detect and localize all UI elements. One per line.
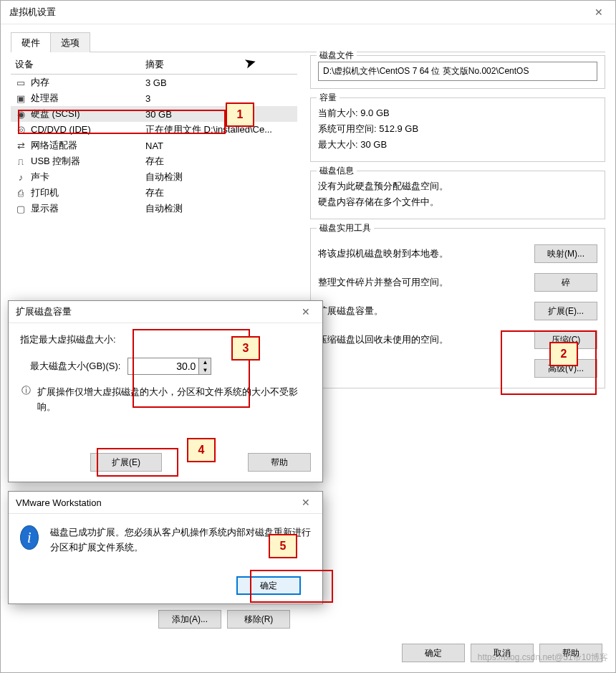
map-button[interactable]: 映射(M)... xyxy=(534,244,597,263)
disk-file-path[interactable]: D:\虚拟机文件\CentOS 7 64 位 英文版No.002\CentOS xyxy=(318,62,597,81)
memory-icon: ▭ xyxy=(15,77,27,88)
capacity-max: 最大大小: 30 GB xyxy=(318,138,597,151)
device-summary: NAT xyxy=(141,138,297,153)
device-row[interactable]: ⎍USB 控制器存在 xyxy=(11,153,297,169)
tab-hardware[interactable]: 硬件 xyxy=(11,32,51,52)
col-device: 设备 xyxy=(11,55,141,75)
device-summary: 自动检测 xyxy=(141,201,297,216)
device-summary: 30 GB xyxy=(141,106,297,122)
device-row[interactable]: ⎙打印机存在 xyxy=(11,185,297,201)
tab-options[interactable]: 选项 xyxy=(50,32,90,52)
device-row[interactable]: ⇄网络适配器NAT xyxy=(11,138,297,153)
remove-button[interactable]: 移除(R) xyxy=(227,610,290,629)
device-name: 声卡 xyxy=(31,171,49,183)
device-summary: 存在 xyxy=(141,153,297,169)
expand-button[interactable]: 扩展(E)... xyxy=(534,302,597,320)
device-row[interactable]: ♪声卡自动检测 xyxy=(11,169,297,185)
device-summary: 自动检测 xyxy=(141,169,297,185)
col-summary: 摘要 xyxy=(141,55,297,75)
expand-dialog-title: 扩展磁盘容量 xyxy=(16,305,72,318)
msg-dialog-close-icon[interactable]: ✕ xyxy=(289,492,322,513)
device-name: 内存 xyxy=(31,76,49,89)
disk-details-panel: 磁盘文件 D:\虚拟机文件\CentOS 7 64 位 英文版No.002\Ce… xyxy=(310,55,605,397)
capacity-current: 当前大小: 9.0 GB xyxy=(318,107,597,120)
disk-info-1: 没有为此硬盘预分配磁盘空间。 xyxy=(318,180,597,193)
add-button[interactable]: 添加(A)... xyxy=(158,610,221,629)
watermark: https://blog.csdn.net@51帝10博客 xyxy=(478,651,608,664)
device-name: CD/DVD (IDE) xyxy=(31,124,91,135)
disk-info-label: 磁盘信息 xyxy=(317,165,357,177)
device-name: 处理器 xyxy=(31,92,59,105)
device-summary: 正在使用文件 D:\installed\Ce... xyxy=(141,122,297,138)
compact-button[interactable]: 压缩(C) xyxy=(534,330,597,349)
device-summary: 3 xyxy=(141,90,297,106)
dlg-expand-button[interactable]: 扩展(E) xyxy=(90,453,162,472)
device-row[interactable]: ▢显示器自动检测 xyxy=(11,201,297,216)
expand-desc: 扩展磁盘容量。 xyxy=(318,305,534,318)
device-row[interactable]: ▣处理器3 xyxy=(11,90,297,106)
compact-desc: 压缩磁盘以回收未使用的空间。 xyxy=(318,333,534,346)
display-icon: ▢ xyxy=(15,203,27,214)
window-title: 虚拟机设置 xyxy=(9,6,56,19)
info-icon: i xyxy=(20,525,39,550)
capacity-label: 容量 xyxy=(317,92,340,104)
device-row[interactable]: ◉硬盘 (SCSI)30 GB xyxy=(11,106,297,122)
device-name: 打印机 xyxy=(31,186,59,199)
defrag-desc: 整理文件碎片并整合可用空间。 xyxy=(318,276,534,289)
expand-dialog: 扩展磁盘容量 ✕ 指定最大虚拟磁盘大小: 最大磁盘大小(GB)(S): ▲ ▼ … xyxy=(8,300,323,482)
size-input[interactable] xyxy=(127,358,199,375)
device-name: 网络适配器 xyxy=(31,139,77,152)
msg-dialog-title: VMware Workstation xyxy=(16,497,102,508)
device-name: USB 控制器 xyxy=(31,155,80,168)
disk-file-label: 磁盘文件 xyxy=(317,49,357,62)
device-summary: 存在 xyxy=(141,185,297,201)
device-row[interactable]: ◎CD/DVD (IDE)正在使用文件 D:\installed\Ce... xyxy=(11,122,297,138)
expand-prompt: 指定最大虚拟磁盘大小: xyxy=(20,333,311,346)
expand-dialog-close-icon[interactable]: ✕ xyxy=(289,301,322,323)
cd-icon: ◎ xyxy=(15,123,27,135)
message-dialog: VMware Workstation ✕ i 磁盘已成功扩展。您必须从客户机操作… xyxy=(8,491,323,604)
advanced-button[interactable]: 高级(V)... xyxy=(534,359,597,378)
close-icon[interactable]: ✕ xyxy=(582,1,615,24)
disk-icon: ◉ xyxy=(15,108,27,120)
msg-ok-button[interactable]: 确定 xyxy=(236,576,301,595)
disk-info-2: 硬盘内容存储在多个文件中。 xyxy=(318,196,597,209)
size-label: 最大磁盘大小(GB)(S): xyxy=(30,360,120,373)
nic-icon: ⇄ xyxy=(15,140,27,151)
titlebar: 虚拟机设置 ✕ xyxy=(1,1,615,24)
spin-up-icon[interactable]: ▲ xyxy=(199,358,211,366)
printer-icon: ⎙ xyxy=(15,187,27,199)
device-name: 硬盘 (SCSI) xyxy=(31,108,80,120)
expand-note: 扩展操作仅增大虚拟磁盘的大小，分区和文件系统的大小不受影响。 xyxy=(37,385,311,415)
info-small-icon: ⓘ xyxy=(20,385,32,396)
capacity-free: 系统可用空间: 512.9 GB xyxy=(318,123,597,135)
device-row[interactable]: ▭内存3 GB xyxy=(11,75,297,91)
cpu-icon: ▣ xyxy=(15,92,27,104)
spin-down-icon[interactable]: ▼ xyxy=(199,366,211,374)
tabs: 硬件 选项 xyxy=(11,32,605,52)
device-name: 显示器 xyxy=(31,202,59,215)
defrag-button[interactable]: 碎 xyxy=(534,273,597,292)
ok-button[interactable]: 确定 xyxy=(402,644,465,662)
usb-icon: ⎍ xyxy=(15,156,27,167)
sound-icon: ♪ xyxy=(15,171,27,183)
dlg-help-button[interactable]: 帮助 xyxy=(248,453,311,472)
map-desc: 将该虚拟机磁盘映射到本地卷。 xyxy=(318,247,534,260)
tools-label: 磁盘实用工具 xyxy=(317,222,374,234)
msg-text: 磁盘已成功扩展。您必须从客户机操作系统内部对磁盘重新进行分区和扩展文件系统。 xyxy=(50,525,311,555)
device-summary: 3 GB xyxy=(141,75,297,91)
